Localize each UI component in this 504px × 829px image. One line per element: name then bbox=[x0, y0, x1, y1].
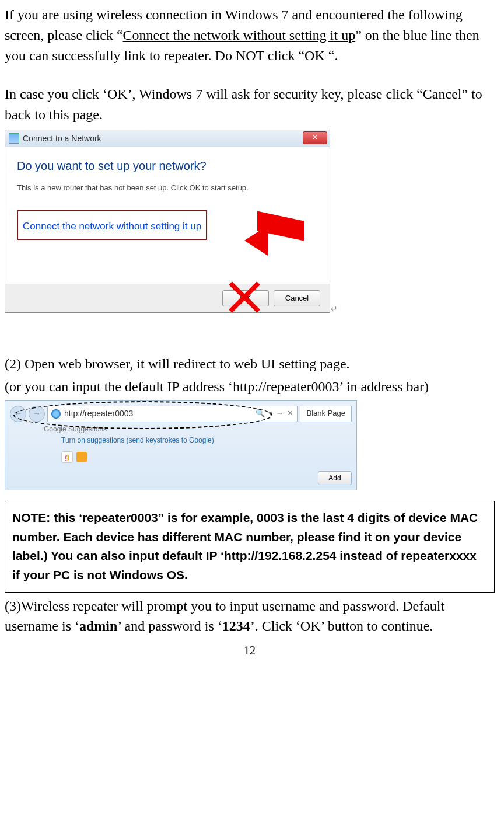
step-2-line-1: (2) Open web browser, it will redirect t… bbox=[5, 354, 495, 374]
dialog-footer: OK Cancel ↵ bbox=[5, 284, 330, 312]
browser-tab[interactable]: Blank Page bbox=[300, 406, 352, 422]
close-button[interactable]: ✕ bbox=[303, 131, 327, 144]
default-username: admin bbox=[79, 618, 117, 633]
cancel-button[interactable]: Cancel bbox=[274, 290, 320, 306]
ok-button[interactable]: OK bbox=[222, 290, 269, 306]
step-2-line-2: (or you can input the default IP address… bbox=[5, 377, 495, 397]
red-arrow-annotation bbox=[250, 214, 320, 243]
default-password: 1234 bbox=[222, 618, 250, 633]
go-arrow-icon: → bbox=[276, 408, 284, 419]
ie-icon bbox=[51, 409, 61, 419]
paragraph-cancel-note: In case you click ‘OK’, Windows 7 will a… bbox=[5, 84, 495, 125]
google-icon: g bbox=[61, 451, 73, 463]
page-number: 12 bbox=[5, 642, 495, 659]
browser-toolbar: ← → http://repeater0003 🔍 ▾ → ✕ Blank Pa… bbox=[5, 401, 356, 469]
step-3: (3)Wireless repeater will prompt you to … bbox=[5, 596, 495, 637]
connect-link-highlight: Connect the network without setting it u… bbox=[17, 210, 207, 240]
connect-without-setup-link[interactable]: Connect the network without setting it u… bbox=[23, 221, 201, 232]
paragraph-intro: If you are using wireless connection in … bbox=[5, 5, 495, 65]
inline-link-text: Connect the network without setting it u… bbox=[123, 27, 356, 43]
browser-screenshot: ← → http://repeater0003 🔍 ▾ → ✕ Blank Pa… bbox=[5, 400, 357, 491]
dialog-subtitle: This is a new router that has not been s… bbox=[17, 183, 318, 194]
dialog-titlebar: Connect to a Network ✕ bbox=[5, 130, 330, 147]
dialog-question: Do you want to set up your network? bbox=[17, 158, 318, 175]
stop-icon: ✕ bbox=[287, 408, 293, 419]
url-text: http://repeater0003 bbox=[64, 407, 133, 419]
ok-button-wrap: OK bbox=[222, 290, 269, 306]
text: ’ and password is ‘ bbox=[117, 618, 222, 633]
dropdown-icon: ▾ bbox=[268, 408, 272, 419]
network-icon bbox=[9, 133, 19, 144]
address-bar[interactable]: http://repeater0003 🔍 ▾ → ✕ bbox=[47, 406, 298, 422]
add-button[interactable]: Add bbox=[318, 471, 352, 485]
search-icon: 🔍 bbox=[256, 408, 265, 419]
footnote-mark: ↵ bbox=[331, 303, 338, 315]
suggestions-label: Google Suggestions bbox=[44, 424, 352, 434]
dialog-body: Do you want to set up your network? This… bbox=[5, 147, 330, 284]
note-box: NOTE: this ‘repeater0003” is for example… bbox=[5, 501, 495, 592]
text: ’. Click ‘OK’ button to continue. bbox=[250, 618, 433, 633]
forward-button[interactable]: → bbox=[29, 406, 45, 422]
back-button[interactable]: ← bbox=[10, 406, 26, 422]
bing-icon bbox=[76, 452, 87, 462]
connect-network-dialog: Connect to a Network ✕ Do you want to se… bbox=[5, 130, 330, 313]
dialog-title: Connect to a Network bbox=[23, 133, 102, 144]
turn-on-suggestions-link[interactable]: Turn on suggestions (send keystrokes to … bbox=[61, 436, 352, 445]
tab-label: Blank Page bbox=[307, 408, 346, 419]
